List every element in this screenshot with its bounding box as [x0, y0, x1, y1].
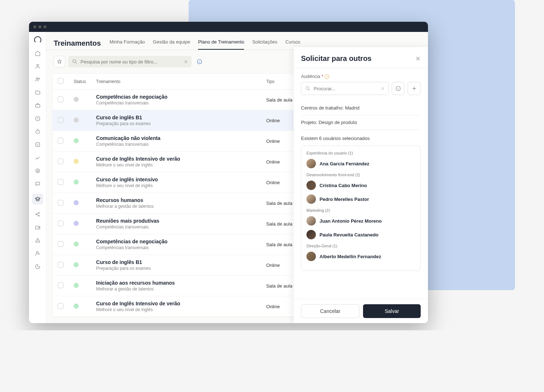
window-control-maximize[interactable] [44, 25, 46, 28]
svg-point-2 [38, 78, 39, 79]
share-icon[interactable] [34, 211, 41, 218]
course-title: Curso de inglês B1 [96, 259, 256, 265]
window-titlebar [29, 22, 428, 32]
course-subtitle: Preparação para os exames [96, 121, 256, 126]
course-title: Competências de negociação [96, 94, 256, 100]
cancel-button[interactable]: Cancelar [301, 304, 359, 318]
svg-point-15 [73, 60, 76, 63]
avatar [306, 181, 316, 190]
svg-point-17 [306, 87, 309, 90]
user-item[interactable]: Pedro Merelles Pastor [306, 194, 415, 204]
sidepanel-body: Audiência * i ✕ Centros de trabalho: Mad… [294, 68, 428, 299]
course-subtitle: Competências transversais [96, 100, 256, 106]
user-item[interactable]: Cristina Cabo Merino [306, 181, 415, 190]
course-subtitle: Melhorar a gestão de talentos [96, 204, 256, 209]
audience-add-button[interactable] [408, 82, 421, 95]
tab-list: Minha FormaçãoGestão da equipePlano de T… [110, 37, 300, 50]
audience-info-button[interactable] [392, 82, 405, 95]
user-group-label: Desenvolvimento front-end (2) [306, 173, 415, 177]
svg-point-0 [37, 65, 38, 66]
clear-search-icon[interactable]: ✕ [184, 59, 188, 65]
app-window: Treinamentos Minha FormaçãoGestão da equ… [29, 22, 428, 323]
row-checkbox[interactable] [58, 282, 63, 288]
status-indicator [74, 304, 79, 309]
audience-label-text: Audiência [301, 74, 320, 79]
course-subtitle: Competências transversais [96, 245, 256, 250]
row-checkbox[interactable] [58, 158, 63, 164]
pie-chart-icon[interactable] [34, 263, 41, 270]
col-training[interactable]: Treinamento [91, 74, 261, 90]
course-title: Comunicação não violenta [96, 135, 256, 141]
row-checkbox[interactable] [58, 138, 63, 144]
favorite-button[interactable] [54, 56, 65, 67]
tab-3[interactable]: Solicitações [252, 37, 277, 50]
course-title: Curso de inglês intensivo [96, 177, 256, 182]
check-square-icon[interactable] [34, 141, 41, 148]
info-button[interactable] [194, 57, 205, 67]
user-item[interactable]: Paula Revuelta Castanedo [306, 230, 415, 239]
user-name: Cristina Cabo Merino [320, 183, 367, 188]
user-icon[interactable] [34, 63, 41, 70]
selected-users-box: Experiência do usuário (1) Ana García Fe… [301, 145, 421, 271]
col-status[interactable]: Status [69, 74, 91, 90]
status-indicator [74, 242, 79, 247]
window-control-minimize[interactable] [38, 25, 41, 28]
request-sidepanel: Solicitar para outros ✕ Audiência * i ✕ [294, 47, 428, 323]
tab-1[interactable]: Gestão da equipe [153, 37, 190, 50]
sidepanel-header: Solicitar para outros ✕ [294, 47, 428, 68]
course-title: Curso de Inglês Intensivo de verão [96, 156, 256, 162]
window-control-close[interactable] [33, 25, 36, 28]
status-indicator [74, 159, 79, 164]
users-icon[interactable] [34, 76, 41, 83]
graduation-cap-icon[interactable] [32, 194, 43, 205]
briefcase-icon[interactable] [34, 102, 41, 109]
course-title: Iniciação aos recursos humanos [96, 280, 256, 286]
row-checkbox[interactable] [58, 117, 63, 123]
clock-icon[interactable] [34, 115, 41, 122]
filter-workcenter[interactable]: Centros de trabalho: Madrid [301, 101, 421, 115]
audience-search[interactable]: ✕ [301, 82, 389, 95]
search-input-wrapper[interactable]: ✕ [68, 56, 191, 67]
row-checkbox[interactable] [58, 179, 63, 185]
user-group-label: Experiência do usuário (1) [306, 151, 415, 155]
row-checkbox[interactable] [58, 220, 63, 226]
user-name: Ana García Fernández [320, 161, 369, 166]
audience-controls: ✕ [301, 82, 421, 95]
nav-sidebar [29, 32, 46, 323]
app-logo[interactable] [34, 36, 41, 44]
tab-2[interactable]: Plano de Treinamento [198, 37, 244, 50]
select-all-checkbox[interactable] [58, 78, 63, 84]
chat-icon[interactable] [34, 181, 41, 187]
folder-icon[interactable] [34, 89, 41, 96]
chart-icon[interactable] [34, 154, 41, 161]
row-checkbox[interactable] [58, 96, 63, 102]
row-checkbox[interactable] [58, 262, 63, 268]
wallet-icon[interactable] [34, 224, 41, 231]
audience-search-input[interactable] [314, 86, 378, 91]
save-button[interactable]: Salvar [363, 304, 421, 318]
user-plus-icon[interactable] [34, 250, 41, 257]
stopwatch-icon[interactable] [34, 128, 41, 135]
search-icon [305, 86, 311, 91]
status-indicator [74, 283, 79, 288]
sidepanel-footer: Cancelar Salvar [294, 299, 428, 323]
home-icon[interactable] [34, 50, 41, 57]
row-checkbox[interactable] [58, 241, 63, 247]
tab-0[interactable]: Minha Formação [110, 37, 145, 50]
row-checkbox[interactable] [58, 303, 63, 309]
alert-icon[interactable] [34, 237, 41, 244]
target-icon[interactable] [34, 168, 41, 174]
user-item[interactable]: Juan Antonio Pérez Moreno [306, 216, 415, 226]
svg-point-10 [38, 212, 40, 214]
user-item[interactable]: Ana García Fernández [306, 159, 415, 168]
close-icon[interactable]: ✕ [415, 55, 421, 63]
info-icon[interactable]: i [325, 74, 329, 79]
search-input[interactable] [81, 59, 181, 65]
filter-project[interactable]: Projeto: Design de produto [301, 115, 421, 130]
required-marker: * [322, 74, 323, 79]
avatar [306, 159, 316, 168]
user-item[interactable]: Alberto Medellín Fernandez [306, 252, 415, 261]
clear-icon[interactable]: ✕ [381, 86, 385, 91]
svg-point-9 [36, 214, 37, 215]
row-checkbox[interactable] [58, 200, 63, 206]
